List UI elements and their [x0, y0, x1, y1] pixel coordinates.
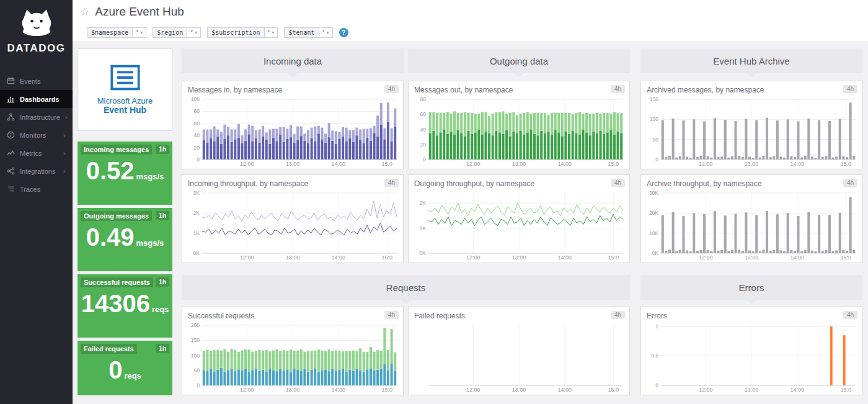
group-header-incoming-data[interactable]: Incoming data — [182, 48, 404, 73]
template-var-name: $region — [153, 27, 187, 38]
sidebar-item-integrations[interactable]: Integrations › — [0, 162, 73, 180]
group-title: Outgoing data — [490, 56, 548, 66]
template-var-selected: * — [268, 29, 270, 36]
svg-text:15:0: 15:0 — [608, 254, 619, 261]
timeframe-badge[interactable]: 4h — [843, 311, 857, 319]
svg-text:13:00: 13:00 — [286, 161, 300, 167]
star-icon[interactable]: ☆ — [80, 6, 89, 19]
template-var-value[interactable]: *▾ — [133, 27, 146, 38]
messages-out-plot[interactable]: 12:0013:0014:0015:0020406080 — [412, 97, 626, 167]
template-var-namespace[interactable]: $namespace *▾ — [87, 27, 146, 38]
timeframe-badge[interactable]: 1h — [156, 277, 169, 287]
sidebar-item-traces[interactable]: Traces — [0, 180, 73, 198]
dashboard-content: Microsoft Azure Event Hub Incoming messa… — [73, 42, 868, 404]
svg-text:15:0: 15:0 — [382, 161, 393, 167]
archive-throughput-plot[interactable]: 12:0013:0014:0015:00K10K20K30K — [644, 191, 859, 261]
svg-text:12:00: 12:00 — [699, 254, 713, 261]
group-header-requests[interactable]: Requests — [182, 275, 630, 300]
template-var-name: $subscription — [207, 27, 264, 38]
group-title: Errors — [739, 282, 764, 293]
dashboards-icon — [7, 95, 15, 103]
archived-messages-plot[interactable]: 12:0013:0014:0015:0050100150 — [644, 97, 859, 167]
svg-text:13:00: 13:00 — [512, 254, 526, 261]
chart-title: Failed requests — [414, 312, 465, 320]
metric-unit: msgs/s — [136, 172, 164, 181]
timeframe-badge[interactable]: 1h — [156, 211, 169, 220]
incoming-throughput-plot[interactable]: 12:0013:0014:0015:00K1K2K3K — [185, 191, 400, 261]
svg-text:20: 20 — [194, 145, 200, 151]
timeframe-badge[interactable]: 1h — [156, 344, 169, 353]
svg-text:13:00: 13:00 — [512, 161, 526, 167]
template-variable-bar: $namespace *▾ $region *▾ $subscription *… — [73, 24, 868, 42]
chart-card-messages-out: Messages out, by namespace 4h 12:0013:00… — [408, 81, 630, 169]
sidebar-item-label: Events — [20, 78, 41, 85]
timeframe-badge[interactable]: 4h — [611, 85, 625, 93]
svg-text:0: 0 — [655, 382, 658, 388]
svg-text:14:00: 14:00 — [332, 254, 346, 261]
template-var-subscription[interactable]: $subscription *▾ — [207, 27, 278, 38]
svg-text:12:00: 12:00 — [466, 387, 480, 393]
svg-text:0: 0 — [197, 382, 200, 388]
svg-text:3K: 3K — [193, 191, 200, 196]
svg-text:13:00: 13:00 — [745, 387, 759, 393]
svg-text:15:0: 15:0 — [841, 254, 852, 261]
svg-text:14:00: 14:00 — [790, 161, 805, 167]
group-header-errors[interactable]: Errors — [640, 275, 862, 300]
query-value-successful-requests: Successful requests1h 14306reqs — [78, 274, 172, 338]
template-var-region[interactable]: $region *▾ — [153, 27, 201, 38]
timeframe-badge[interactable]: 4h — [843, 85, 857, 93]
chart-card-messages-in: Messages in, by namespace 4h 12:0013:001… — [182, 81, 404, 169]
chart-title: Messages out, by namespace — [414, 86, 513, 94]
logo-block[interactable]: DATADOG — [0, 0, 73, 61]
sidebar-item-metrics[interactable]: Metrics › — [0, 144, 73, 162]
svg-text:0: 0 — [197, 156, 200, 163]
query-value-failed-requests: Failed requests1h 0reqs — [78, 341, 172, 395]
brand-wordmark: DATADOG — [0, 42, 73, 55]
timeframe-badge[interactable]: 1h — [156, 145, 169, 154]
svg-text:12:00: 12:00 — [466, 254, 480, 261]
traces-icon — [7, 185, 15, 193]
svg-text:30K: 30K — [649, 191, 658, 196]
failed-requests-plot[interactable]: 12:0013:0014:0015:0 — [412, 323, 626, 393]
group-header-event-hub-archive[interactable]: Event Hub Archive — [640, 48, 862, 73]
azure-event-hub-icon — [109, 64, 141, 91]
help-icon[interactable]: ? — [339, 28, 348, 37]
errors-plot[interactable]: 12:0013:0014:0015:000.51 — [644, 323, 859, 393]
sidebar-item-label: Traces — [20, 186, 40, 193]
events-icon — [7, 77, 15, 85]
svg-text:2K: 2K — [420, 200, 427, 206]
sidebar-item-infrastructure[interactable]: Infrastructure › — [0, 108, 73, 126]
successful-requests-plot[interactable]: 12:0013:0014:0015:0050100150200 — [185, 323, 400, 393]
svg-text:20K: 20K — [649, 210, 658, 216]
group-header-outgoing-data[interactable]: Outgoing data — [408, 48, 630, 73]
timeframe-badge[interactable]: 4h — [384, 179, 399, 187]
svg-text:14:00: 14:00 — [558, 161, 572, 167]
sidebar-item-events[interactable]: Events — [0, 72, 73, 90]
template-var-tenant[interactable]: $tenant *▾ — [284, 27, 332, 38]
svg-text:0K: 0K — [652, 250, 659, 256]
timeframe-badge[interactable]: 4h — [384, 85, 399, 93]
svg-text:14:00: 14:00 — [558, 387, 572, 393]
svg-text:80: 80 — [420, 97, 427, 102]
sidebar-item-label: Metrics — [20, 150, 42, 157]
template-var-value[interactable]: *▾ — [319, 27, 333, 38]
timeframe-badge[interactable]: 4h — [611, 179, 625, 187]
svg-text:2K: 2K — [193, 210, 200, 216]
svg-text:150: 150 — [191, 337, 200, 343]
timeframe-badge[interactable]: 4h — [843, 179, 857, 187]
outgoing-throughput-plot[interactable]: 12:0013:0014:0015:00K1K2K — [412, 191, 626, 261]
svg-text:0: 0 — [423, 156, 426, 163]
sidebar-item-label: Integrations — [20, 168, 55, 175]
template-var-value[interactable]: *▾ — [265, 27, 278, 38]
sidebar-item-dashboards[interactable]: Dashboards — [0, 90, 73, 108]
template-var-value[interactable]: *▾ — [187, 27, 201, 38]
caret-down-icon: ▾ — [272, 30, 274, 35]
template-var-selected: * — [322, 29, 325, 36]
svg-text:13:00: 13:00 — [286, 254, 300, 261]
timeframe-badge[interactable]: 4h — [611, 311, 625, 319]
sidebar-item-monitors[interactable]: Monitors › — [0, 126, 73, 144]
timeframe-badge[interactable]: 4h — [384, 311, 399, 319]
svg-text:1K: 1K — [193, 230, 200, 236]
messages-in-plot[interactable]: 12:0013:0014:0015:0020406080100 — [185, 97, 400, 167]
datadog-dashboard-app: DATADOG Events Dashboards Infrastructure… — [0, 0, 868, 404]
